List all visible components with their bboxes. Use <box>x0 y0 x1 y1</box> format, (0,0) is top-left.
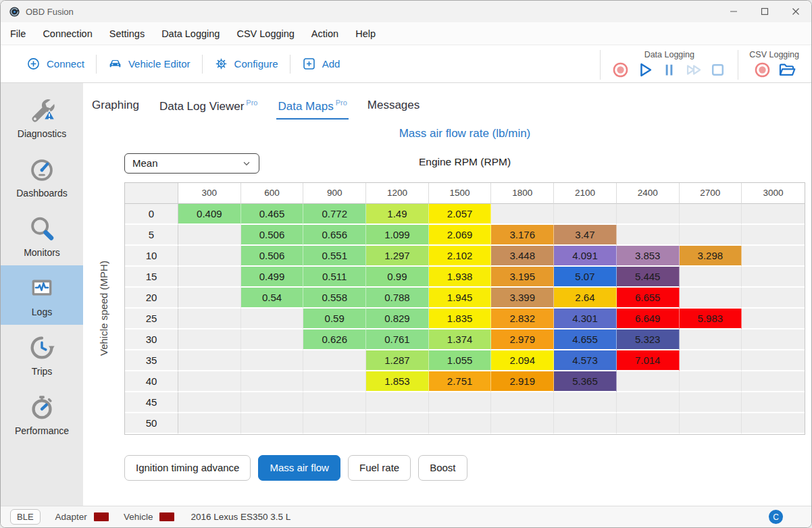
map-cell[interactable]: 0.99 <box>366 267 429 288</box>
map-cell[interactable]: 3.195 <box>491 267 554 288</box>
map-cell[interactable]: 0.551 <box>303 246 366 267</box>
map-cell[interactable]: 5.983 <box>680 309 742 329</box>
map-cell[interactable] <box>491 204 554 225</box>
map-cell[interactable]: 1.49 <box>366 204 429 225</box>
map-cell[interactable] <box>178 225 241 246</box>
maximize-button[interactable] <box>749 1 780 22</box>
map-cell[interactable]: 0.59 <box>303 309 366 329</box>
tab-graphing[interactable]: Graphing <box>91 99 141 120</box>
map-cell[interactable] <box>241 392 304 413</box>
map-cell[interactable] <box>303 392 366 413</box>
menu-csv-logging[interactable]: CSV Logging <box>236 28 294 39</box>
map-cell[interactable] <box>178 309 241 329</box>
map-cell[interactable]: 3.448 <box>491 246 554 267</box>
map-cell[interactable] <box>680 225 742 246</box>
map-cell[interactable]: 0.626 <box>303 329 366 350</box>
map-cell[interactable] <box>554 413 617 434</box>
map-cell[interactable] <box>554 392 617 413</box>
map-cell[interactable]: 2.102 <box>429 246 492 267</box>
map-cell[interactable]: 0.558 <box>303 288 366 309</box>
map-cell[interactable] <box>178 392 241 413</box>
record-button[interactable] <box>611 61 630 79</box>
map-cell[interactable]: 0.761 <box>366 329 429 350</box>
map-cell[interactable] <box>742 309 805 329</box>
fuel-rate-button[interactable]: Fuel rate <box>348 455 411 481</box>
map-cell[interactable]: 1.835 <box>429 309 492 329</box>
map-cell[interactable] <box>366 413 429 434</box>
map-cell[interactable] <box>742 225 805 246</box>
map-cell[interactable]: 1.099 <box>366 225 429 246</box>
map-cell[interactable] <box>241 350 304 371</box>
map-cell[interactable]: 6.649 <box>617 309 680 329</box>
map-cell[interactable] <box>178 267 241 288</box>
map-cell[interactable] <box>742 350 805 371</box>
map-cell[interactable]: 1.374 <box>429 329 492 350</box>
map-cell[interactable]: 2.919 <box>491 371 554 392</box>
map-cell[interactable]: 4.301 <box>554 309 617 329</box>
map-cell[interactable] <box>554 204 617 225</box>
map-cell[interactable] <box>742 204 805 225</box>
map-cell[interactable] <box>680 413 742 434</box>
pause-button[interactable] <box>660 61 678 79</box>
map-cell[interactable] <box>742 329 805 350</box>
boost-button[interactable]: Boost <box>418 455 467 481</box>
connect-button[interactable]: Connect <box>26 57 84 71</box>
sidebar-item-trips[interactable]: Trips <box>1 325 83 384</box>
map-cell[interactable] <box>303 413 366 434</box>
map-cell[interactable]: 0.829 <box>366 309 429 329</box>
map-cell[interactable]: 5.365 <box>554 371 617 392</box>
map-cell[interactable] <box>241 309 304 329</box>
map-cell[interactable]: 0.656 <box>303 225 366 246</box>
map-cell[interactable] <box>742 392 805 413</box>
map-cell[interactable]: 0.511 <box>303 267 366 288</box>
map-cell[interactable] <box>617 413 680 434</box>
close-button[interactable] <box>780 1 811 22</box>
map-cell[interactable]: 3.176 <box>491 225 554 246</box>
map-cell[interactable]: 4.573 <box>554 350 617 371</box>
map-cell[interactable]: 1.287 <box>366 350 429 371</box>
map-cell[interactable] <box>303 350 366 371</box>
map-cell[interactable]: 5.323 <box>617 329 680 350</box>
menu-file[interactable]: File <box>10 28 26 39</box>
configure-button[interactable]: Configure <box>214 57 278 71</box>
map-cell[interactable] <box>178 413 241 434</box>
map-cell[interactable] <box>680 392 742 413</box>
map-cell[interactable]: 5.445 <box>617 267 680 288</box>
map-cell[interactable]: 2.069 <box>429 225 492 246</box>
tab-data-maps[interactable]: Data MapsPro <box>276 99 348 120</box>
map-cell[interactable]: 0.499 <box>241 267 304 288</box>
map-cell[interactable] <box>429 413 492 434</box>
map-cell[interactable] <box>617 371 680 392</box>
map-cell[interactable] <box>742 413 805 434</box>
map-cell[interactable] <box>742 371 805 392</box>
map-cell[interactable]: 1.945 <box>429 288 492 309</box>
play-button[interactable] <box>636 61 654 79</box>
map-cell[interactable]: 2.979 <box>491 329 554 350</box>
menu-action[interactable]: Action <box>311 28 338 39</box>
map-cell[interactable]: 2.751 <box>429 371 492 392</box>
map-cell[interactable] <box>241 371 304 392</box>
map-cell[interactable]: 3.853 <box>617 246 680 267</box>
map-cell[interactable] <box>178 246 241 267</box>
map-cell[interactable]: 0.506 <box>241 225 304 246</box>
sidebar-item-dashboards[interactable]: Dashboards <box>1 147 83 206</box>
map-cell[interactable] <box>429 392 492 413</box>
map-cell[interactable]: 2.832 <box>491 309 554 329</box>
tab-data-log-viewer[interactable]: Data Log ViewerPro <box>158 99 259 120</box>
menu-data-logging[interactable]: Data Logging <box>161 28 220 39</box>
user-badge[interactable]: C <box>769 510 783 524</box>
map-cell[interactable]: 3.399 <box>491 288 554 309</box>
sidebar-item-performance[interactable]: Performance <box>1 384 83 444</box>
map-cell[interactable]: 7.014 <box>617 350 680 371</box>
map-cell[interactable]: 4.091 <box>554 246 617 267</box>
map-cell[interactable] <box>680 267 742 288</box>
map-cell[interactable] <box>617 392 680 413</box>
map-cell[interactable]: 0.506 <box>241 246 304 267</box>
map-cell[interactable]: 2.64 <box>554 288 617 309</box>
map-cell[interactable] <box>241 329 304 350</box>
map-cell[interactable]: 0.54 <box>241 288 304 309</box>
map-cell[interactable]: 0.772 <box>303 204 366 225</box>
map-cell[interactable]: 3.47 <box>554 225 617 246</box>
map-cell[interactable] <box>366 392 429 413</box>
map-cell[interactable] <box>742 288 805 309</box>
